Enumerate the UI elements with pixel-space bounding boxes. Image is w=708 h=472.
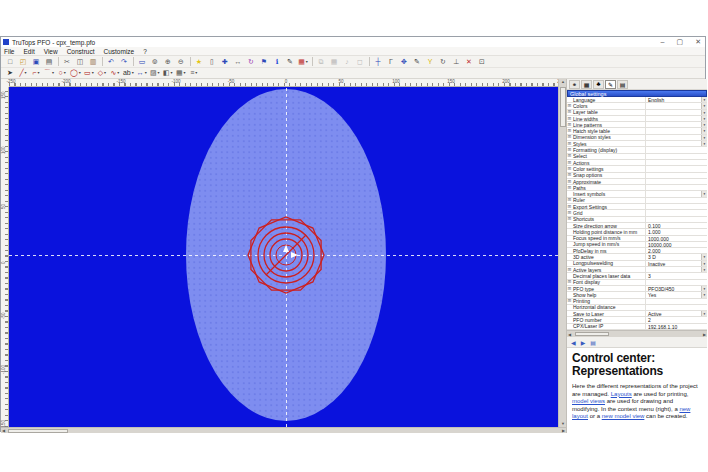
drawing-canvas[interactable] — [9, 87, 558, 427]
dropdown-arrow-icon[interactable]: ▾ — [701, 122, 707, 127]
edit-icon[interactable]: ✎ — [284, 56, 296, 68]
dropdown-arrow-icon[interactable]: ▾ — [701, 261, 707, 266]
settings-row[interactable]: CPX/Laser IP192.168.1.10 — [567, 324, 707, 330]
scroll-thumb[interactable] — [575, 332, 609, 336]
dropdown-arrow-icon[interactable]: ▾ — [171, 68, 173, 78]
dropdown-arrow-icon[interactable]: ▾ — [306, 57, 308, 67]
array-tool-icon[interactable]: ▦▾ — [175, 67, 187, 79]
dropdown-arrow-icon[interactable]: ▾ — [145, 68, 147, 78]
dropdown-arrow-icon[interactable]: ▾ — [104, 68, 106, 78]
spline-tool-icon[interactable]: ∿▾ — [109, 67, 121, 79]
tree-tab[interactable]: ♣ — [593, 80, 604, 89]
table-tab[interactable]: ▦ — [581, 80, 592, 89]
paste-icon[interactable]: ▥ — [87, 56, 99, 68]
dropdown-arrow-icon[interactable]: ▾ — [117, 68, 119, 78]
chart-icon[interactable]: ▦▾ — [297, 56, 309, 68]
dropdown-arrow-icon[interactable]: ▾ — [184, 68, 186, 78]
setting-value[interactable] — [645, 217, 707, 222]
setting-value[interactable]: English — [645, 97, 707, 102]
info-icon[interactable]: ℹ — [271, 56, 283, 68]
dropdown-arrow-icon[interactable]: ▾ — [701, 286, 707, 291]
hatch-tool-icon[interactable]: ▨▾ — [149, 67, 161, 79]
settings-tab[interactable]: ✎ — [605, 80, 616, 89]
delete-icon[interactable]: ✕ — [463, 56, 475, 68]
sheet-icon[interactable]: ▯ — [206, 56, 218, 68]
help-page-button[interactable]: ▤ — [590, 339, 596, 346]
dropdown-arrow-icon[interactable]: ▾ — [701, 191, 707, 196]
setting-value[interactable]: PFO3D/450 — [645, 286, 707, 291]
setting-value[interactable] — [645, 103, 707, 108]
dropdown-arrow-icon[interactable]: ▾ — [64, 68, 66, 78]
setting-value[interactable] — [645, 191, 707, 196]
text-tool-icon[interactable]: ab▾ — [122, 67, 135, 79]
dropdown-arrow-icon[interactable]: ▾ — [701, 141, 707, 146]
laser-geometry[interactable] — [9, 87, 558, 427]
menu-[interactable]: ? — [143, 48, 147, 55]
setting-value[interactable] — [645, 122, 707, 127]
polygon-tool-icon[interactable]: ◇▾ — [96, 67, 108, 79]
zoom-icon[interactable]: ⊚ — [149, 56, 161, 68]
menu-edit[interactable]: Edit — [23, 48, 34, 55]
dropdown-arrow-icon[interactable]: ▾ — [701, 110, 707, 115]
setting-value[interactable]: 2 — [645, 317, 707, 322]
move-icon[interactable]: ✥ — [398, 56, 410, 68]
zoom-in-icon[interactable]: ⊕ — [162, 56, 174, 68]
open-file-icon[interactable]: ◰ — [17, 56, 29, 68]
cut-icon[interactable]: ✂ — [61, 56, 73, 68]
setting-value[interactable]: 2.000 — [645, 248, 707, 253]
setting-value[interactable] — [645, 198, 707, 203]
setting-value[interactable] — [645, 173, 707, 178]
dropdown-arrow-icon[interactable]: ▾ — [158, 68, 160, 78]
dropdown-arrow-icon[interactable]: ▾ — [79, 68, 81, 78]
setting-value[interactable] — [645, 166, 707, 171]
properties-tool-icon[interactable]: ≡▾ — [188, 67, 200, 79]
setting-value[interactable]: Yes — [645, 292, 707, 297]
setting-value[interactable] — [645, 154, 707, 159]
menu-customize[interactable]: Customize — [104, 48, 135, 55]
setting-value[interactable] — [645, 210, 707, 215]
normal-icon[interactable]: ⊥ — [450, 56, 462, 68]
zoom-window-icon[interactable]: ▭ — [136, 56, 148, 68]
menu-view[interactable]: View — [44, 48, 58, 55]
dropdown-arrow-icon[interactable]: ▾ — [92, 68, 94, 78]
scroll-thumb[interactable] — [8, 429, 68, 433]
note-icon[interactable]: ♪ — [341, 56, 353, 68]
setting-value[interactable] — [645, 179, 707, 184]
orbit-icon[interactable]: ↻ — [437, 56, 449, 68]
snap-grid-icon[interactable]: ┼ — [372, 56, 384, 68]
setting-value[interactable]: Inactive — [645, 261, 707, 266]
maximize-button[interactable]: ▢ — [677, 37, 684, 47]
dropdown-arrow-icon[interactable]: ▾ — [701, 292, 707, 297]
help-link[interactable]: model views — [572, 398, 605, 404]
dropdown-arrow-icon[interactable]: ▾ — [701, 116, 707, 121]
setting-value[interactable] — [645, 280, 707, 285]
setting-value[interactable] — [645, 185, 707, 190]
setting-value[interactable]: 0.100 — [645, 223, 707, 228]
save-icon[interactable]: ▣ — [30, 56, 42, 68]
copy-icon[interactable]: ◫ — [74, 56, 86, 68]
frame-icon[interactable]: ◻ — [354, 56, 366, 68]
scroll-left-icon[interactable]: ◀ — [2, 428, 5, 434]
scroll-up-icon[interactable]: ▲ — [561, 79, 565, 85]
menu-file[interactable]: File — [4, 48, 14, 55]
favorites-icon[interactable]: ★ — [193, 56, 205, 68]
pin-icon[interactable]: ⚑ — [258, 56, 270, 68]
redo-icon[interactable]: ↷ — [118, 56, 130, 68]
y-axis-icon[interactable]: Y — [424, 56, 436, 68]
line-tool-icon[interactable]: ╱▾ — [17, 67, 29, 79]
close-button[interactable]: ✕ — [695, 37, 701, 47]
box-icon[interactable]: ⊡ — [476, 56, 488, 68]
title-bar[interactable]: TruTops PFO - cpx_temp.pfo –▢✕ — [1, 37, 705, 47]
setting-value[interactable]: 1000.000 — [645, 236, 707, 241]
canvas-vertical-scrollbar[interactable]: ▲ ▼ — [558, 79, 566, 427]
measure-icon[interactable]: Γ — [385, 56, 397, 68]
dropdown-arrow-icon[interactable]: ▾ — [195, 68, 197, 78]
setting-value[interactable] — [645, 160, 707, 165]
search-tab[interactable]: ⚭ — [569, 80, 580, 89]
dropdown-arrow-icon[interactable]: ▾ — [701, 128, 707, 133]
circle-tool-icon[interactable]: ○▾ — [56, 67, 68, 79]
panel-horizontal-scrollbar[interactable]: ◀ ▶ — [567, 330, 707, 337]
mirror-tool-icon[interactable]: ◧▾ — [162, 67, 174, 79]
dropdown-arrow-icon[interactable]: ▾ — [52, 68, 54, 78]
setting-value[interactable] — [645, 116, 707, 121]
